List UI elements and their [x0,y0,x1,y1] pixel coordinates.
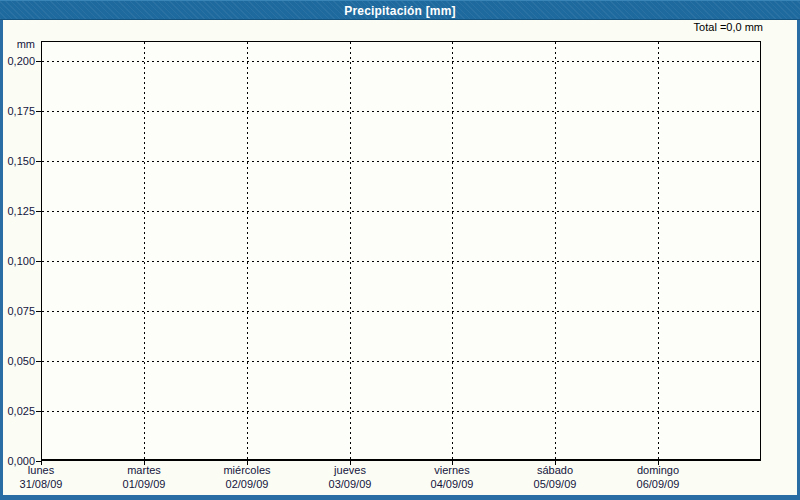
chart-title-bar: Precipitación [mm] [0,0,800,20]
y-tick-mark [36,161,41,162]
x-day-label: domingo06/09/09 [607,464,709,491]
vertical-gridline [658,42,659,459]
vertical-gridline [350,42,351,459]
y-tick-mark [36,61,41,62]
y-axis-unit-label: mm [0,38,35,50]
chart-title: Precipitación [mm] [344,4,456,18]
y-tick-mark [36,261,41,262]
y-tick-mark [36,411,41,412]
horizontal-gridline [42,311,760,312]
horizontal-gridline [42,211,760,212]
day-date: 02/09/09 [196,478,298,492]
day-date: 03/09/09 [299,478,401,492]
day-date: 01/09/09 [93,478,195,492]
y-tick-label: 0,150 [0,154,35,168]
horizontal-gridline [42,411,760,412]
y-tick-mark [36,311,41,312]
day-name: jueves [299,464,401,478]
horizontal-gridline [42,111,760,112]
day-name: domingo [607,464,709,478]
y-tick-label: 0,200 [0,54,35,68]
day-date: 06/09/09 [607,478,709,492]
horizontal-gridline [42,61,760,62]
day-date: 31/08/09 [0,478,92,492]
day-name: martes [93,464,195,478]
y-tick-mark [36,361,41,362]
day-date: 04/09/09 [401,478,503,492]
vertical-gridline [247,42,248,459]
x-day-label: sábado05/09/09 [504,464,606,491]
x-day-label: martes01/09/09 [93,464,195,491]
day-name: miércoles [196,464,298,478]
window-border-bottom [0,495,800,500]
y-tick-mark [36,211,41,212]
x-day-label: miércoles02/09/09 [196,464,298,491]
day-date: 05/09/09 [504,478,606,492]
horizontal-gridline [42,161,760,162]
y-tick-label: 0,050 [0,354,35,368]
plot-area [41,41,761,461]
day-name: sábado [504,464,606,478]
chart-window: Precipitación [mm] Total =0,0 mm mm 0,20… [0,0,800,500]
y-tick-label: 0,075 [0,304,35,318]
x-day-label: lunes31/08/09 [0,464,92,491]
total-value-label: Total =0,0 mm [694,21,763,33]
vertical-gridline [452,42,453,459]
vertical-gridline [144,42,145,459]
horizontal-gridline [42,361,760,362]
day-name: lunes [0,464,92,478]
y-tick-label: 0,125 [0,204,35,218]
y-tick-label: 0,100 [0,254,35,268]
y-tick-label: 0,025 [0,404,35,418]
vertical-gridline [555,42,556,459]
x-day-label: viernes04/09/09 [401,464,503,491]
day-name: viernes [401,464,503,478]
y-tick-label: 0,175 [0,104,35,118]
y-tick-mark [36,111,41,112]
horizontal-gridline [42,261,760,262]
x-day-label: jueves03/09/09 [299,464,401,491]
